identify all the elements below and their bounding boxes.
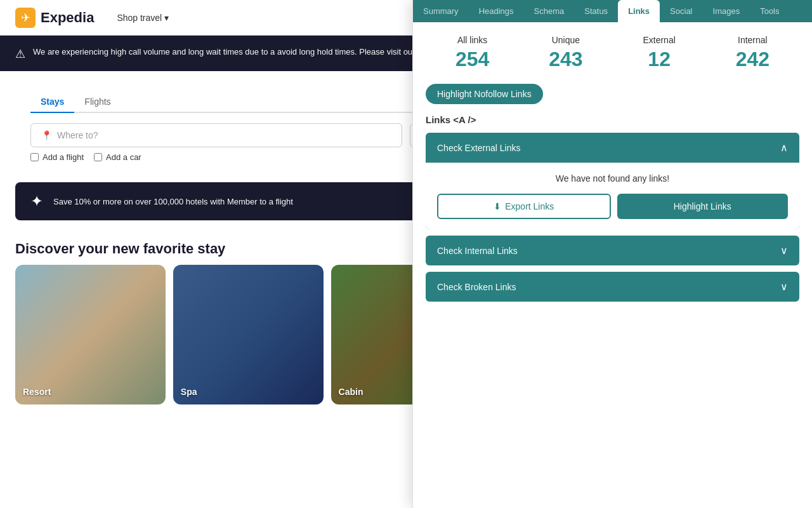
expedia-logo-text: Expedia bbox=[41, 10, 94, 26]
expedia-logo: ✈ Expedia bbox=[15, 8, 94, 28]
card-spa[interactable]: Spa bbox=[173, 265, 324, 404]
tab-schema[interactable]: Schema bbox=[524, 0, 575, 22]
panel-tabs: Summary Headings Schema Status Links Soc… bbox=[413, 0, 812, 22]
chevron-down-icon: ∨ bbox=[780, 244, 788, 257]
location-icon: 📍 bbox=[41, 130, 52, 140]
add-car-checkbox[interactable]: Add a car bbox=[94, 152, 141, 162]
where-to-field[interactable]: 📍 Where to? bbox=[30, 123, 402, 147]
stat-unique: Unique 243 bbox=[519, 35, 612, 71]
tab-status[interactable]: Status bbox=[574, 0, 618, 22]
highlight-links-button[interactable]: Highlight Links bbox=[617, 194, 789, 219]
panel-content: All links 254 Unique 243 External 12 Int… bbox=[413, 22, 812, 508]
external-links-header[interactable]: Check External Links ∧ bbox=[426, 133, 799, 163]
tab-flights[interactable]: Flights bbox=[74, 91, 121, 113]
chevron-down-icon: ∨ bbox=[780, 281, 788, 293]
add-flight-checkbox[interactable]: Add a flight bbox=[30, 152, 84, 162]
expedia-logo-icon: ✈ bbox=[15, 8, 36, 28]
stat-all-links: All links 254 bbox=[426, 35, 519, 71]
warning-icon: ⚠ bbox=[15, 47, 25, 61]
broken-links-label: Check Broken Links bbox=[437, 282, 516, 292]
stat-internal: Internal 242 bbox=[706, 35, 799, 71]
broken-links-accordion: Check Broken Links ∨ bbox=[426, 272, 799, 302]
seo-panel: Summary Headings Schema Status Links Soc… bbox=[412, 0, 812, 508]
links-section-title: Links <A /> bbox=[426, 114, 799, 125]
card-label-cabin: Cabin bbox=[339, 387, 363, 397]
internal-links-header[interactable]: Check Internal Links ∨ bbox=[426, 236, 799, 265]
action-buttons: ⬇ Export Links Highlight Links bbox=[437, 194, 788, 219]
no-links-message: We have not found any links! bbox=[437, 173, 788, 184]
card-resort[interactable]: Resort bbox=[15, 265, 166, 404]
stat-external: External 12 bbox=[613, 35, 706, 71]
tab-tools[interactable]: Tools bbox=[750, 0, 789, 22]
chevron-down-icon: ▾ bbox=[164, 13, 169, 23]
tab-stays[interactable]: Stays bbox=[30, 91, 74, 113]
internal-links-accordion: Check Internal Links ∨ bbox=[426, 236, 799, 265]
shop-travel-button[interactable]: Shop travel ▾ bbox=[109, 9, 176, 27]
card-label-spa: Spa bbox=[181, 387, 197, 397]
external-links-accordion: Check External Links ∧ We have not found… bbox=[426, 133, 799, 229]
chevron-up-icon: ∧ bbox=[780, 142, 788, 154]
tab-social[interactable]: Social bbox=[660, 0, 702, 22]
member-icon: ✦ bbox=[30, 192, 43, 210]
tab-images[interactable]: Images bbox=[703, 0, 750, 22]
download-icon: ⬇ bbox=[494, 201, 501, 211]
tab-summary[interactable]: Summary bbox=[413, 0, 469, 22]
stats-row: All links 254 Unique 243 External 12 Int… bbox=[426, 35, 799, 71]
external-links-label: Check External Links bbox=[437, 143, 521, 153]
internal-links-label: Check Internal Links bbox=[437, 246, 518, 256]
export-links-button[interactable]: ⬇ Export Links bbox=[437, 194, 611, 219]
tab-headings[interactable]: Headings bbox=[469, 0, 524, 22]
broken-links-header[interactable]: Check Broken Links ∨ bbox=[426, 272, 799, 302]
tab-links[interactable]: Links bbox=[618, 0, 660, 22]
card-label-resort: Resort bbox=[23, 387, 51, 397]
external-links-content: We have not found any links! ⬇ Export Li… bbox=[426, 163, 799, 229]
highlight-nofollow-button[interactable]: Highlight Nofollow Links bbox=[426, 84, 543, 104]
